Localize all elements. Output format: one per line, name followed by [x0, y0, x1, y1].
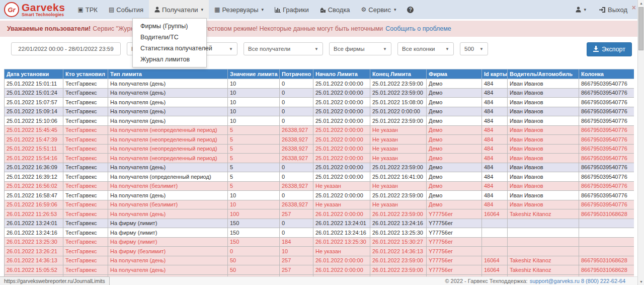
table-cell: 26338,927 [280, 135, 313, 145]
dropdown-item-2[interactable]: Водители/ТС [133, 32, 206, 43]
table-cell: 0 [280, 116, 313, 126]
table-cell: Демо [427, 125, 482, 135]
table-cell: 10 [228, 116, 280, 126]
dropdown-item-4[interactable]: Журнал лимитов [133, 54, 206, 65]
table-cell: Иван Иванов [508, 191, 579, 200]
table-cell: 25.01.2022 23:59:00 [370, 191, 427, 200]
date-range-input[interactable]: 22/01/2022 00:00 - 28/01/2022 23:59 [11, 42, 121, 55]
table-cell: 26.01.2022 13:25:30 [313, 237, 370, 247]
table-cell: Иван Иванов [508, 135, 579, 145]
nav-item-tanks[interactable]: ▦Резервуары▾ [209, 0, 269, 19]
table-cell: 25.01.2022 15:09:14 [5, 107, 63, 116]
table-cell: Иван Иванов [508, 98, 579, 107]
brand-name: Garveks [22, 3, 65, 12]
support-link[interactable]: support@garveks.ru 8 (800) 222-62-64 [530, 278, 625, 284]
table-cell: 10 [228, 191, 280, 200]
table-cell: 10 [228, 79, 280, 89]
table-cell: 150 [228, 219, 280, 228]
table-cell: 5 [228, 125, 280, 135]
brand-tagline: Smart Technologies [22, 12, 65, 17]
table-cell: 257 [280, 256, 313, 265]
recipients-dropdown-menu: Фирмы (Группы)Водители/ТССтатистика полу… [132, 18, 207, 67]
vertical-scrollbar[interactable]: ▲ ▼ [637, 0, 644, 285]
page-size-select[interactable]: 500▼ [460, 42, 488, 55]
table-cell: Демо [427, 135, 482, 145]
table-cell: 25.01.2022 23:59:00 [370, 79, 427, 89]
table-cell: ТестГарвекс [63, 135, 108, 145]
table-cell: 484 [482, 116, 508, 126]
scroll-down-icon[interactable]: ▼ [638, 278, 644, 285]
table-cell: ТестГарвекс [63, 116, 108, 126]
user-menu[interactable]: ▾ [576, 7, 587, 13]
user-icon [576, 7, 581, 13]
table-cell: Демо [427, 163, 482, 172]
table-cell: 25.01.2022 0:00:00 [313, 191, 370, 200]
table-cell [508, 247, 579, 256]
nav-item-help[interactable]: ? [401, 0, 419, 19]
scrollbar-thumb[interactable] [638, 7, 643, 50]
scroll-up-icon[interactable]: ▲ [638, 0, 644, 7]
recipients-select[interactable]: Все получатели▼ [244, 42, 323, 55]
chevron-down-icon: ▼ [479, 47, 484, 51]
nav-item-charts[interactable]: Графики [269, 0, 314, 19]
table-cell: 25.01.2022 15:47:39 [5, 135, 63, 145]
table-cell: На получателя (день) [108, 79, 228, 89]
table-cell: 484 [482, 79, 508, 89]
filter-bar: 22/01/2022 00:00 - 28/01/2022 23:59 Все▼… [0, 42, 637, 57]
table-row: 25.01.2022 15:01:11ТестГарвексНа получат… [5, 79, 634, 89]
table-row: 25.01.2022 15:45:45ТестГарвексНа получат… [5, 125, 634, 135]
table-cell: 0 [280, 98, 313, 107]
nav-item-trk[interactable]: ▣ТРК [72, 0, 103, 19]
table-cell: Y77756ег [427, 219, 482, 228]
table-cell: 26.01.2022 13:25:30 [5, 237, 63, 247]
nav-items: ▣ТРК▤СобытияПолучатели▾▦Резервуары▾Графи… [72, 0, 419, 19]
table-cell: 484 [482, 144, 508, 154]
table-cell: 25.01.2022 0:00:00 [313, 135, 370, 145]
table-cell: 10 [228, 107, 280, 116]
table-row: 25.01.2022 16:56:02ТестГарвексНа получат… [5, 181, 634, 191]
table-cell: 5 [228, 135, 280, 145]
table-cell: Демо [427, 98, 482, 107]
report-problem-link[interactable]: Сообщить о проблеме [385, 25, 451, 32]
journal-limits-page: Gr Garveks Smart Technologies ▣ТРК▤Событ… [0, 0, 644, 285]
help-icon: ? [407, 7, 414, 13]
dropdown-item-3[interactable]: Статистика получателей [133, 43, 206, 54]
export-button[interactable]: Экспорт [587, 42, 632, 56]
column-header: Фирма [427, 69, 482, 79]
table-header-row: Дата установкиКто установилТип лимитаЗна… [5, 69, 634, 79]
nav-item-service[interactable]: ⚙Сервис▾ [356, 0, 402, 19]
table-cell: 26.01.2022 15:30:27 [370, 237, 427, 247]
table-row: 25.01.2022 16:58:47ТестГарвексНа получат… [5, 191, 634, 200]
table-cell: 25.01.2022 16:56:02 [5, 181, 63, 191]
chevron-down-icon: ▾ [201, 7, 204, 12]
column-header: Дата установки [5, 69, 63, 79]
table-cell: Иван Иванов [508, 200, 579, 209]
logout-button[interactable]: Выход [599, 6, 627, 14]
brand-logo[interactable]: Gr Garveks Smart Technologies [4, 2, 65, 17]
nav-item-events[interactable]: ▤События [103, 0, 149, 19]
table-cell: 866795039540776 [579, 125, 634, 135]
table-cell: ТестГарвекс [63, 172, 108, 182]
banner-close-icon[interactable]: × [632, 4, 636, 11]
table-cell: 26.01.2022 13:24:01 [5, 219, 63, 228]
table-cell: Иван Иванов [508, 116, 579, 126]
table-row: 26.01.2022 13:26:21ТестГарвексНа фирму (… [5, 247, 634, 256]
columns-select[interactable]: Все колонки▼ [397, 42, 454, 55]
dropdown-item-1[interactable]: Фирмы (Группы) [133, 21, 206, 32]
nav-item-recipients[interactable]: Получатели▾ [149, 0, 209, 19]
export-label: Экспорт [602, 46, 625, 53]
firms-select[interactable]: Все фирмы▼ [329, 42, 391, 55]
table-row: 25.01.2022 16:59:06ТестГарвексНа получат… [5, 200, 634, 209]
table-cell: 0 [280, 172, 313, 182]
table-cell: Не указан [313, 247, 370, 256]
nav-item-summary[interactable]: Сводка [314, 0, 356, 19]
table-cell: 26.01.2022 14:36:13 [370, 247, 427, 256]
chevron-down-icon: ▼ [445, 47, 449, 51]
table-cell: Демо [427, 181, 482, 191]
table-cell: 10 [228, 200, 280, 209]
table-cell: 26.01.2022 13:26:21 [5, 247, 63, 256]
table-cell: ТестГарвекс [63, 181, 108, 191]
table-cell: 484 [482, 135, 508, 145]
table-cell: На получателя (неопределенный период) [108, 154, 228, 163]
table-cell: 25.01.2022 23:59:00 [370, 88, 427, 98]
